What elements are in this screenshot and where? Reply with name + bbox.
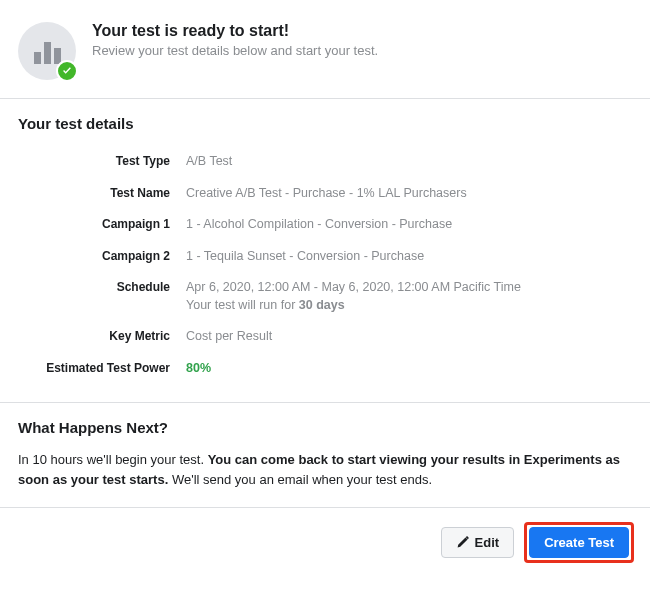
- page-title: Your test is ready to start!: [92, 22, 378, 40]
- bar-chart-icon: [34, 38, 61, 64]
- next-body: In 10 hours we'll begin your test. You c…: [18, 450, 632, 489]
- row-test-type: Test Type A/B Test: [18, 146, 632, 178]
- row-schedule: Schedule Apr 6, 2020, 12:00 AM - May 6, …: [18, 272, 632, 321]
- label-campaign-1: Campaign 1: [18, 209, 186, 241]
- what-happens-next-section: What Happens Next? In 10 hours we'll beg…: [0, 403, 650, 507]
- footer: Edit Create Test: [0, 507, 650, 581]
- label-campaign-2: Campaign 2: [18, 241, 186, 273]
- edit-button-label: Edit: [475, 535, 500, 550]
- page-subtitle: Review your test details below and start…: [92, 43, 378, 58]
- label-key-metric: Key Metric: [18, 321, 186, 353]
- next-part2: We'll send you an email when your test e…: [168, 472, 432, 487]
- value-schedule: Apr 6, 2020, 12:00 AM - May 6, 2020, 12:…: [186, 272, 632, 321]
- value-test-power: 80%: [186, 361, 211, 375]
- row-campaign-1: Campaign 1 1 - Alcohol Compilation - Con…: [18, 209, 632, 241]
- value-test-type: A/B Test: [186, 146, 632, 178]
- create-test-button-label: Create Test: [544, 535, 614, 550]
- label-schedule: Schedule: [18, 272, 186, 321]
- schedule-range: Apr 6, 2020, 12:00 AM - May 6, 2020, 12:…: [186, 280, 521, 294]
- create-test-button[interactable]: Create Test: [529, 527, 629, 558]
- schedule-duration-prefix: Your test will run for: [186, 298, 299, 312]
- row-test-name: Test Name Creative A/B Test - Purchase -…: [18, 178, 632, 210]
- label-test-power: Estimated Test Power: [18, 353, 186, 385]
- edit-button[interactable]: Edit: [441, 527, 515, 558]
- create-test-highlight: Create Test: [524, 522, 634, 563]
- next-part1: In 10 hours we'll begin your test.: [18, 452, 208, 467]
- pencil-icon: [456, 536, 469, 549]
- row-test-power: Estimated Test Power 80%: [18, 353, 632, 385]
- section-title-details: Your test details: [18, 115, 632, 132]
- test-chart-icon: [18, 22, 76, 80]
- value-campaign-2: 1 - Tequila Sunset - Conversion - Purcha…: [186, 241, 632, 273]
- label-test-type: Test Type: [18, 146, 186, 178]
- label-test-name: Test Name: [18, 178, 186, 210]
- schedule-duration: 30 days: [299, 298, 345, 312]
- value-campaign-1: 1 - Alcohol Compilation - Conversion - P…: [186, 209, 632, 241]
- row-campaign-2: Campaign 2 1 - Tequila Sunset - Conversi…: [18, 241, 632, 273]
- value-test-name: Creative A/B Test - Purchase - 1% LAL Pu…: [186, 178, 632, 210]
- row-key-metric: Key Metric Cost per Result: [18, 321, 632, 353]
- value-key-metric: Cost per Result: [186, 321, 632, 353]
- header: Your test is ready to start! Review your…: [0, 0, 650, 99]
- checkmark-badge-icon: [56, 60, 78, 82]
- section-title-next: What Happens Next?: [18, 419, 632, 436]
- test-details-section: Your test details Test Type A/B Test Tes…: [0, 99, 650, 402]
